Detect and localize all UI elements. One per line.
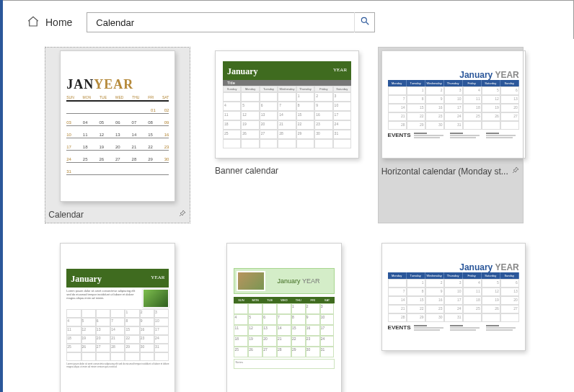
template-tile[interactable]: January YEARMondayTuesdayWednesdayThursd… (379, 48, 523, 223)
template-tile[interactable]: JanuaryYEARTitleSundayMondayTuesdayWedne… (212, 48, 356, 223)
template-thumbnail: January YEARMondayTuesdayWednesdayThursd… (381, 243, 526, 351)
template-thumbnail: JANYEARSUNMONTUEWEDTHUFRISAT010203040506… (60, 50, 175, 202)
template-label: Horizontal calendar (Monday st... (381, 166, 508, 177)
home-link[interactable]: Home (27, 15, 72, 30)
template-thumbnail: JanuaryYEARTitleSundayMondayTuesdayWedne… (215, 50, 359, 159)
svg-line-2 (180, 215, 182, 217)
template-tile[interactable]: January YEARMondayTuesdayWednesdayThursd… (379, 240, 523, 392)
template-tile[interactable]: January YEARSUNMONTUEWEDTHUFRISAT1234567… (212, 240, 356, 392)
template-thumbnail: January YEARSUNMONTUEWEDTHUFRISAT1234567… (226, 243, 342, 392)
svg-line-1 (366, 22, 369, 25)
template-label: Banner calendar (215, 166, 278, 176)
template-label-row: Horizontal calendar (Monday st... (381, 166, 520, 177)
home-icon (27, 15, 40, 30)
template-thumbnail: JanuaryYEARLorem ipsum dolor sit amet co… (60, 243, 175, 392)
template-gallery: JANYEARSUNMONTUEWEDTHUFRISAT010203040506… (3, 39, 574, 392)
template-thumbnail: January YEARMondayTuesdayWednesdayThursd… (381, 50, 526, 159)
template-label: Calendar (48, 210, 84, 220)
svg-line-3 (513, 172, 515, 174)
template-label-row: Calendar (48, 209, 187, 220)
template-tile[interactable]: JanuaryYEARLorem ipsum dolor sit amet co… (45, 240, 190, 392)
search-icon (360, 16, 370, 29)
search-input[interactable] (94, 17, 354, 29)
search-button[interactable] (354, 12, 374, 32)
pin-icon[interactable] (511, 166, 520, 177)
template-tile[interactable]: JANYEARSUNMONTUEWEDTHUFRISAT010203040506… (45, 48, 190, 223)
pin-icon[interactable] (178, 209, 187, 220)
template-label-row: Banner calendar (215, 166, 353, 176)
header: Home (1, 1, 573, 40)
home-label: Home (45, 17, 72, 28)
search-box (87, 12, 375, 32)
svg-point-0 (361, 17, 366, 22)
